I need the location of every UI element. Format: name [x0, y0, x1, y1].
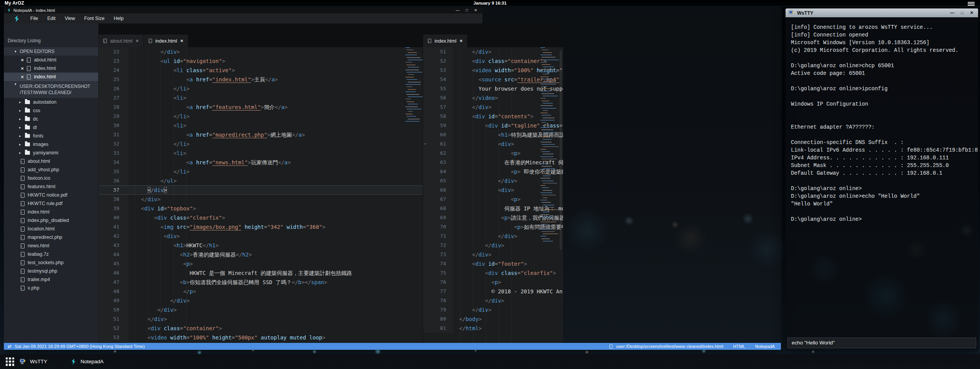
- sidebar-file-mapredirect.php[interactable]: mapredirect.php: [4, 233, 98, 242]
- code-line[interactable]: 53<video width="100%" height="500px" aut…: [423, 66, 563, 75]
- code-line[interactable]: 39<div id="topbox">: [99, 204, 423, 213]
- code-line[interactable]: 33<li>: [99, 149, 423, 158]
- taskbar-item-notepada[interactable]: NotepadA: [65, 354, 109, 369]
- sidebar-file-index.html[interactable]: index.html: [4, 208, 98, 216]
- app-launcher-icon[interactable]: [6, 357, 14, 366]
- sidebar-file-teabag.7z[interactable]: teabag.7z: [4, 250, 98, 258]
- close-icon[interactable]: ✕: [21, 66, 24, 71]
- close-icon[interactable]: ✕: [21, 75, 24, 79]
- code-line[interactable]: 76<p>: [423, 278, 563, 287]
- sidebar-file-HKWTC-rule.pdf[interactable]: HKWTC rule.pdf: [4, 199, 98, 208]
- code-line[interactable]: 57</div>: [423, 103, 563, 112]
- workspace-header[interactable]: ▾USER:/DESKTOP/SCREENSHOT/TEST/WWW CLEAN…: [4, 81, 98, 98]
- code-line[interactable]: 24<li class="active">: [99, 66, 423, 75]
- sidebar-folder-fonts[interactable]: ▸fonts: [4, 132, 98, 140]
- code-line[interactable]: 32</li>: [99, 139, 423, 149]
- open-editor-item[interactable]: ✕index.html: [4, 64, 98, 73]
- sidebar-file-testmysql.php[interactable]: testmysql.php: [4, 267, 98, 275]
- sidebar-file-x.php[interactable]: x.php: [4, 284, 98, 292]
- code-line[interactable]: 49</div>: [99, 296, 423, 305]
- menu-file[interactable]: File: [26, 13, 43, 23]
- code-line[interactable]: 44<h2>香港的建築伺服器</h2>: [99, 250, 423, 259]
- sidebar-file-news.html[interactable]: news.html: [4, 242, 98, 250]
- taskbar-item-wstty[interactable]: WsTTY: [14, 354, 53, 369]
- sidebar-file-trailer.mp4[interactable]: trailer.mp4: [4, 275, 98, 284]
- code-line[interactable]: 27<li>: [99, 93, 423, 103]
- minimize-button[interactable]: —: [456, 7, 460, 13]
- sidebar-folder-dc[interactable]: ▸dc: [4, 115, 98, 123]
- code-line[interactable]: 47<b>你知道我們全線伺服器已轉用 SSD 了嗎？</b></span>: [99, 278, 423, 287]
- code-line[interactable]: 22</div>: [99, 47, 423, 56]
- code-line[interactable]: 29</li>: [99, 112, 423, 121]
- code-line[interactable]: 30<li>: [99, 121, 423, 130]
- scrollbar-thumb[interactable]: [560, 50, 562, 250]
- tab-index.html[interactable]: index.html✕: [423, 35, 468, 47]
- code-line[interactable]: 28<a href="features.html">簡介</a>: [99, 103, 423, 112]
- code-line[interactable]: 34<a href="news.html">玩家傳送門</a>: [99, 158, 423, 167]
- sidebar-file-add_vhost.php[interactable]: add_vhost.php: [4, 165, 98, 174]
- open-editor-item[interactable]: ✕about.html: [4, 56, 98, 64]
- open-editors-header[interactable]: ▾OPEN EDITORS: [4, 47, 98, 56]
- code-line[interactable]: 43<h1>HKWTC</h1>: [99, 241, 423, 250]
- code-line[interactable]: 46HKWTC 是一個 Minecraft 的建築伺服器，主要建築計劃包括鐵路: [99, 268, 423, 278]
- code-line[interactable]: 48</p>: [99, 287, 423, 296]
- code-line[interactable]: 66<div>: [423, 185, 563, 195]
- code-line[interactable]: 79</div>: [423, 305, 563, 314]
- code-line[interactable]: 75<div class="clearfix">: [423, 268, 563, 278]
- code-line[interactable]: 31<a href="mapredirect.php">網上地圖</a>: [99, 130, 423, 139]
- close-icon[interactable]: ✕: [21, 58, 24, 62]
- minimize-button[interactable]: —: [950, 10, 954, 15]
- sidebar-file-favicon.ico[interactable]: favicon.ico: [4, 174, 98, 182]
- sidebar-file-features.html[interactable]: features.html: [4, 182, 98, 191]
- menu-font-size[interactable]: Font Size: [80, 13, 109, 23]
- sidebar-folder-css[interactable]: ▸css: [4, 106, 98, 115]
- code-line[interactable]: 74<div id="footer">: [423, 259, 563, 268]
- sidebar-file-location.html[interactable]: location.html: [4, 225, 98, 233]
- close-icon[interactable]: ✕: [135, 39, 138, 43]
- code-line[interactable]: 51</div>: [99, 314, 423, 324]
- code-pane-left[interactable]: 22</div>23<ul id="navigation">24<li clas…: [99, 47, 423, 343]
- close-icon[interactable]: ✕: [460, 39, 463, 43]
- sidebar-file-HKWTC-notice.pdf[interactable]: HKWTC notice.pdf: [4, 191, 98, 199]
- code-line[interactable]: 35</li>: [99, 167, 423, 176]
- code-line[interactable]: 81</html>: [423, 324, 563, 333]
- sidebar-folder-dl[interactable]: ▸dl: [4, 123, 98, 132]
- code-line[interactable]: 77© 2018 - 2019 HKWTC Animation Gamer</p…: [423, 287, 563, 296]
- hamburger-menu-icon[interactable]: [968, 1, 975, 7]
- code-line[interactable]: 78</div>: [423, 296, 563, 305]
- menu-edit[interactable]: Edit: [43, 13, 60, 23]
- code-line[interactable]: 40<div class="clearfix">: [99, 213, 423, 222]
- code-line[interactable]: 37</div>: [99, 185, 423, 195]
- close-icon[interactable]: ✕: [180, 39, 183, 43]
- code-line[interactable]: 53<video width="100%" height="500px" aut…: [99, 333, 423, 342]
- menu-help[interactable]: Help: [109, 13, 128, 23]
- wstty-titlebar[interactable]: WsTTY — □ ✕: [786, 8, 978, 17]
- code-line[interactable]: 45<p>: [99, 259, 423, 268]
- notepada-titlebar[interactable]: NotepadA - index.html — □ ✕: [4, 7, 483, 13]
- tab-index.html[interactable]: index.html✕: [144, 35, 188, 47]
- code-line[interactable]: 52<div class="container">: [99, 324, 423, 333]
- code-line[interactable]: 72</div>: [423, 241, 563, 250]
- sidebar-folder-autostation[interactable]: ▸autostation: [4, 98, 98, 106]
- statusbar-language[interactable]: HTML: [733, 344, 745, 349]
- menu-view[interactable]: View: [60, 13, 80, 23]
- code-line[interactable]: 64<p> 即使你不是建築師，你也能透過紅石師或鐵路工程師的身份加入我: [423, 167, 563, 176]
- sidebar-file-test_sockets.php[interactable]: test_sockets.php: [4, 258, 98, 267]
- code-line[interactable]: 73</div>: [423, 250, 563, 259]
- sidebar-folder-yamiyamimi[interactable]: ▸yamiyamimi: [4, 149, 98, 157]
- close-button[interactable]: ✕: [970, 10, 973, 15]
- close-button[interactable]: ✕: [474, 7, 477, 13]
- code-line[interactable]: 23<ul id="navigation">: [99, 56, 423, 66]
- code-line[interactable]: 38</div>: [99, 195, 423, 204]
- code-line[interactable]: 55Your browser does not support the vide…: [423, 84, 563, 93]
- sidebar-file-about.html[interactable]: about.html: [4, 157, 98, 165]
- sidebar-file-index.php_disabled[interactable]: index.php_disabled: [4, 216, 98, 225]
- code-line[interactable]: 36</ul>: [99, 176, 423, 185]
- code-line[interactable]: 80</body>: [423, 314, 563, 324]
- maximize-button[interactable]: □: [466, 7, 468, 13]
- sidebar-folder-images[interactable]: ▸images: [4, 140, 98, 149]
- terminal-input[interactable]: echo "Hello World": [787, 338, 976, 348]
- code-line[interactable]: 42<div>: [99, 232, 423, 241]
- terminal-output[interactable]: [info] Conencting to arozos WsTTY servic…: [786, 17, 978, 335]
- open-editor-item[interactable]: ✕index.html: [4, 73, 98, 81]
